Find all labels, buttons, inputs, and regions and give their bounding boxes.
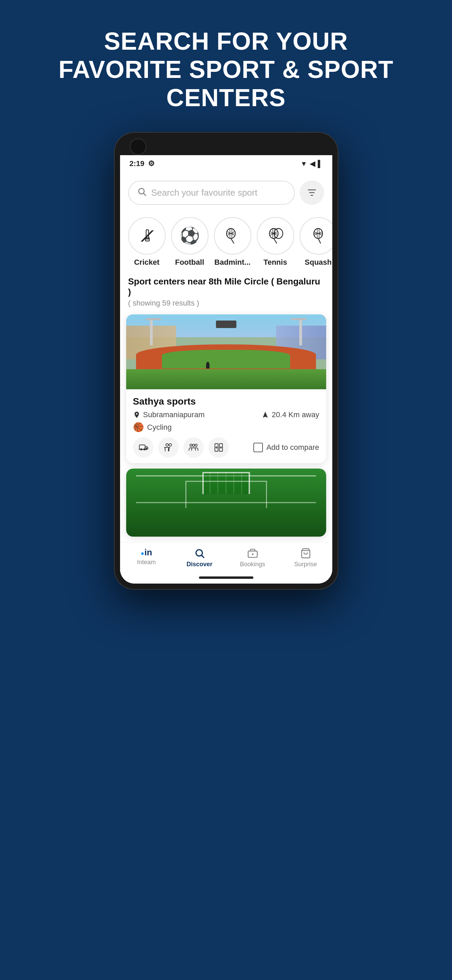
sport-label-tennis: Tennis [263,258,287,267]
sport-center-card-2[interactable] [126,469,326,537]
card1-sport-tag: 🏀 Cycling [133,422,319,433]
svg-text:P: P [146,447,147,450]
svg-point-41 [195,444,197,447]
status-time: 2:19 [130,159,144,168]
nav-item-surprise[interactable]: Surprise [279,548,332,568]
svg-point-44 [216,447,217,449]
sport-item-squash[interactable]: Squash [300,217,332,267]
amenities-icons: P [133,437,229,458]
bottom-nav: ●in Inteam Discover [120,542,332,571]
search-icon [137,187,147,199]
sport-circle-cricket [128,217,166,255]
sport-item-badminton[interactable]: Badmint... [214,217,251,267]
sports-row: Cricket ⚽ Football [120,210,332,274]
surprise-icon [300,548,311,559]
search-bar[interactable]: Search your favourite sport [128,181,295,205]
card1-distance-text: 20.4 Km away [272,410,319,419]
page-header: SEARCH FOR YOUR FAVORITE SPORT & SPORT C… [0,0,452,132]
search-section: Search your favourite sport [120,172,332,210]
discover-icon [194,548,205,559]
nav-label-discover: Discover [186,561,212,568]
svg-rect-43 [219,444,222,452]
nav-label-bookings: Bookings [240,561,265,568]
status-bar: 2:19 ⚙ ▼ ◀ ▌ [120,155,332,172]
battery-icon: ▌ [318,160,322,168]
svg-point-46 [196,550,202,556]
home-indicator-bar [199,576,254,579]
sport-circle-tennis [257,217,294,255]
sport-ball-icon: 🏀 [133,422,144,433]
phone-notch [120,138,332,155]
svg-point-45 [220,447,221,449]
amenity-group-icon [183,437,204,458]
card1-info-row: Subramaniapuram 20.4 Km away [133,410,319,419]
svg-line-7 [141,231,152,242]
card1-amenities-row: P [133,437,319,458]
results-location-title: Sport centers near 8th Mile Circle ( Ben… [128,276,324,298]
location-heading: Sport centers near 8th Mile Circle ( Ben… [120,274,332,309]
sport-label-squash: Squash [305,258,331,267]
filter-button[interactable] [300,180,324,205]
svg-line-1 [144,193,146,195]
svg-point-40 [192,444,195,447]
amenity-locker-icon [208,437,229,458]
sport-item-tennis[interactable]: Tennis [257,217,294,267]
svg-line-17 [274,239,277,243]
status-left: 2:19 ⚙ [130,159,155,168]
wifi-icon: ▼ [301,160,308,168]
nav-label-surprise: Surprise [294,561,317,568]
svg-point-39 [190,444,192,447]
svg-rect-42 [215,444,218,452]
status-right: ▼ ◀ ▌ [301,159,323,168]
phone-device: 2:19 ⚙ ▼ ◀ ▌ [114,132,338,590]
location-pin-icon [133,411,140,418]
nav-item-inteam[interactable]: ●in Inteam [120,548,173,568]
svg-point-37 [166,444,168,447]
search-row: Search your favourite sport [128,180,324,205]
sport-center-card-1[interactable]: Sathya sports Subramaniapuram [126,314,326,463]
gear-icon: ⚙ [148,159,155,168]
svg-point-38 [169,444,171,447]
svg-line-47 [202,555,204,558]
signal-icon: ◀ [310,159,315,168]
navigation-icon [262,411,269,418]
sport-item-cricket[interactable]: Cricket [128,217,166,267]
sport-label-football: Football [175,258,205,267]
svg-line-25 [318,239,321,243]
sport-label-cricket: Cricket [134,258,160,267]
svg-line-8 [142,231,153,242]
card1-distance: 20.4 Km away [262,410,319,419]
amenity-changing-room-icon [158,437,179,458]
sport-label-badminton: Badmint... [214,258,250,267]
home-indicator [120,571,332,584]
compare-button[interactable]: Add to compare [254,443,319,452]
card1-sport-text: Cycling [147,423,172,432]
inteam-logo-icon: ●in [141,548,152,557]
search-placeholder: Search your favourite sport [151,188,257,198]
header-title: SEARCH FOR YOUR FAVORITE SPORT & SPORT C… [59,27,393,111]
compare-checkbox[interactable] [254,443,263,452]
phone-wrapper: 2:19 ⚙ ▼ ◀ ▌ [0,132,452,624]
compare-label: Add to compare [266,443,319,452]
nav-item-discover[interactable]: Discover [173,548,226,568]
results-count: ( showing 59 results ) [128,299,324,308]
sport-circle-badminton [214,217,251,255]
card1-image [126,314,326,389]
svg-line-10 [231,239,234,243]
card1-location: Subramaniapuram [133,410,205,419]
card2-image [126,469,326,537]
sport-circle-football: ⚽ [171,217,208,255]
bookings-icon [247,548,258,559]
nav-label-inteam: Inteam [137,559,156,566]
card1-location-text: Subramaniapuram [143,410,205,419]
amenity-parking-icon: P [133,437,153,458]
nav-item-bookings[interactable]: Bookings [226,548,279,568]
sport-circle-squash [300,217,332,255]
phone-camera [130,138,147,155]
sport-item-football[interactable]: ⚽ Football [171,217,208,267]
phone-screen: 2:19 ⚙ ▼ ◀ ▌ [120,155,332,584]
card1-body: Sathya sports Subramaniapuram [126,389,326,463]
card1-title: Sathya sports [133,396,319,407]
